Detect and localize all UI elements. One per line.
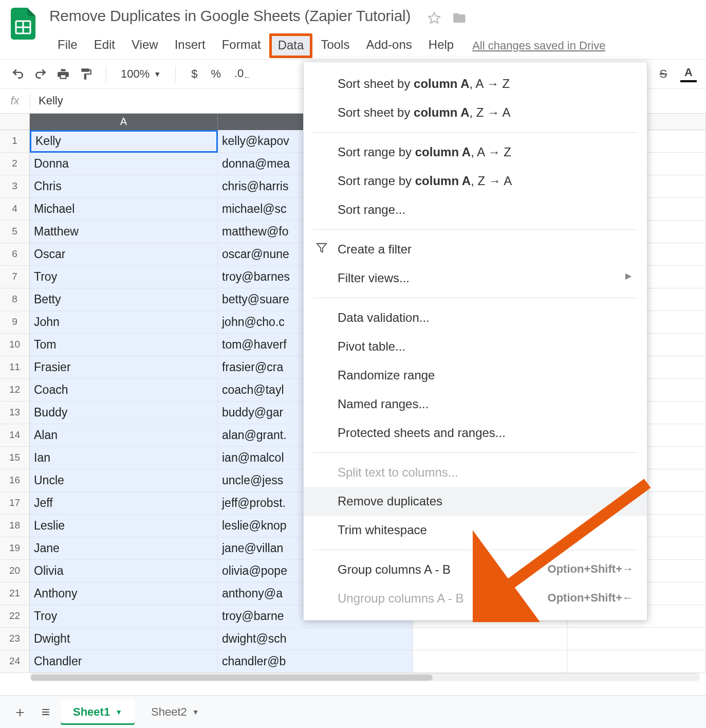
row-header[interactable]: 8 xyxy=(0,288,30,311)
row-header[interactable]: 11 xyxy=(0,356,30,379)
cell[interactable] xyxy=(413,650,567,673)
dd-filter-views[interactable]: Filter views...▶ xyxy=(304,264,647,293)
cell[interactable]: dwight@sch xyxy=(218,628,413,650)
sheet-tab-2[interactable]: Sheet2▼ xyxy=(139,699,212,725)
save-status[interactable]: All changes saved in Drive xyxy=(472,39,605,52)
row-header[interactable]: 23 xyxy=(0,628,30,650)
add-sheet-button[interactable]: ＋ xyxy=(9,701,31,723)
row-header[interactable]: 3 xyxy=(0,175,30,198)
row-header[interactable]: 19 xyxy=(0,537,30,560)
cell[interactable]: Troy xyxy=(30,266,218,288)
folder-icon[interactable] xyxy=(452,11,467,27)
cell[interactable]: Oscar xyxy=(30,243,218,266)
dd-remove-duplicates[interactable]: Remove duplicates xyxy=(304,487,647,516)
cell[interactable]: Coach xyxy=(30,379,218,402)
redo-button[interactable] xyxy=(32,65,49,83)
text-color-button[interactable]: A xyxy=(680,66,697,82)
row-header[interactable]: 21 xyxy=(0,583,30,605)
format-percent-button[interactable]: % xyxy=(207,67,225,81)
row-header[interactable]: 2 xyxy=(0,153,30,175)
all-sheets-button[interactable]: ≡ xyxy=(35,701,57,723)
row-header[interactable]: 17 xyxy=(0,492,30,515)
dd-sort-sheet-za[interactable]: Sort sheet by column A, Z → A xyxy=(304,98,647,127)
menu-format[interactable]: Format xyxy=(214,34,269,57)
select-all-corner[interactable] xyxy=(0,114,30,130)
dd-sort-range-za[interactable]: Sort range by column A, Z → A xyxy=(304,167,647,195)
cell[interactable]: Buddy xyxy=(30,402,218,424)
cell[interactable]: Matthew xyxy=(30,221,218,243)
cell[interactable]: Michael xyxy=(30,198,218,221)
row-header[interactable]: 22 xyxy=(0,605,30,628)
star-icon[interactable] xyxy=(428,11,441,27)
sheet-tab-1[interactable]: Sheet1▼ xyxy=(61,699,135,725)
cell[interactable]: Chris xyxy=(30,175,218,198)
cell[interactable]: Chandler xyxy=(30,650,218,673)
row-header[interactable]: 5 xyxy=(0,221,30,243)
dd-sort-range[interactable]: Sort range... xyxy=(304,195,647,224)
cell[interactable]: Troy xyxy=(30,605,218,628)
row-header[interactable]: 1 xyxy=(0,130,30,153)
document-title[interactable]: Remove Duplicates in Google Sheets (Zapi… xyxy=(49,7,411,24)
cell[interactable]: chandler@b xyxy=(218,650,413,673)
dd-create-filter[interactable]: Create a filter xyxy=(304,235,647,264)
cell[interactable]: Tom xyxy=(30,334,218,356)
cell[interactable]: Jeff xyxy=(30,492,218,515)
cell[interactable] xyxy=(413,628,567,650)
dd-trim-whitespace[interactable]: Trim whitespace xyxy=(304,516,647,544)
cell[interactable] xyxy=(567,650,706,673)
decrease-decimal-button[interactable]: .0← xyxy=(230,67,255,81)
dd-randomize[interactable]: Randomize range xyxy=(304,361,647,390)
cell[interactable]: John xyxy=(30,311,218,334)
menu-view[interactable]: View xyxy=(123,34,166,57)
dd-pivot-table[interactable]: Pivot table... xyxy=(304,332,647,361)
dd-protected[interactable]: Protected sheets and ranges... xyxy=(304,418,647,447)
column-header-A[interactable]: A xyxy=(30,114,218,130)
menu-tools[interactable]: Tools xyxy=(312,34,358,57)
row-header[interactable]: 18 xyxy=(0,515,30,537)
strikethrough-button[interactable]: S xyxy=(655,67,671,81)
cell[interactable]: Jane xyxy=(30,537,218,560)
row-header[interactable]: 10 xyxy=(0,334,30,356)
row-header[interactable]: 7 xyxy=(0,266,30,288)
cell[interactable]: Leslie xyxy=(30,515,218,537)
row-header[interactable]: 16 xyxy=(0,469,30,492)
cell[interactable]: Donna xyxy=(30,153,218,175)
row-header[interactable]: 12 xyxy=(0,379,30,402)
cell[interactable]: Olivia xyxy=(30,560,218,583)
menu-file[interactable]: File xyxy=(49,34,86,57)
cell[interactable]: Dwight xyxy=(30,628,218,650)
row-header[interactable]: 24 xyxy=(0,650,30,673)
horizontal-scrollbar[interactable] xyxy=(30,673,700,681)
row-header[interactable]: 9 xyxy=(0,311,30,334)
row-header[interactable]: 14 xyxy=(0,424,30,447)
cell[interactable]: Anthony xyxy=(30,583,218,605)
undo-button[interactable] xyxy=(9,65,27,83)
row-header[interactable]: 20 xyxy=(0,560,30,583)
cell[interactable]: Alan xyxy=(30,424,218,447)
dd-sort-sheet-az[interactable]: Sort sheet by column A, A → Z xyxy=(304,69,647,98)
zoom-select[interactable]: 100%▼ xyxy=(118,67,164,81)
row-header[interactable]: 15 xyxy=(0,447,30,469)
menu-data[interactable]: Data xyxy=(269,33,313,58)
menu-edit[interactable]: Edit xyxy=(86,34,123,57)
cell[interactable] xyxy=(567,628,706,650)
row-header[interactable]: 6 xyxy=(0,243,30,266)
cell[interactable]: Uncle xyxy=(30,469,218,492)
cell[interactable]: Ian xyxy=(30,447,218,469)
menu-help[interactable]: Help xyxy=(420,34,462,57)
print-button[interactable] xyxy=(54,65,72,83)
cell[interactable]: Betty xyxy=(30,288,218,311)
menu-insert[interactable]: Insert xyxy=(166,34,214,57)
row-header[interactable]: 13 xyxy=(0,402,30,424)
dd-named-ranges[interactable]: Named ranges... xyxy=(304,390,647,418)
formula-input[interactable]: Kelly xyxy=(30,94,63,107)
cell[interactable]: Kelly xyxy=(30,130,218,153)
menu-addons[interactable]: Add-ons xyxy=(358,34,420,57)
row-header[interactable]: 4 xyxy=(0,198,30,221)
dd-group-columns[interactable]: Group columns A - BOption+Shift+→ xyxy=(304,555,647,584)
sheets-logo-icon[interactable] xyxy=(9,5,37,42)
paint-format-button[interactable] xyxy=(77,65,95,83)
dd-sort-range-az[interactable]: Sort range by column A, A → Z xyxy=(304,138,647,167)
dd-data-validation[interactable]: Data validation... xyxy=(304,303,647,332)
format-currency-button[interactable]: $ xyxy=(187,67,201,81)
